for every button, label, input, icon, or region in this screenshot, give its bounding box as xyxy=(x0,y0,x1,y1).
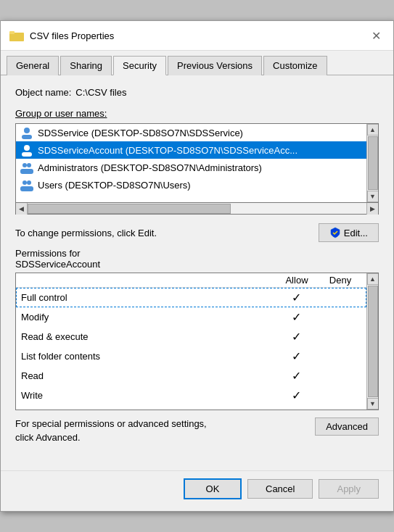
perm-allow-5: ✓ xyxy=(274,388,318,402)
object-name-label: Object name: xyxy=(15,87,71,98)
perms-for-label: Permissions for SDSServiceAccount xyxy=(15,248,379,270)
perm-name-2: Read & execute xyxy=(21,331,274,342)
svg-rect-4 xyxy=(22,135,32,139)
col-header-deny: Deny xyxy=(319,275,362,286)
svg-rect-9 xyxy=(20,169,33,174)
svg-point-8 xyxy=(27,163,31,167)
edit-button-label: Edit... xyxy=(344,228,368,238)
change-perms-text: To change permissions, click Edit. xyxy=(15,228,157,238)
tab-content: Object name: C:\CSV files Group or user … xyxy=(1,75,393,470)
user-item-3[interactable]: Users (DESKTOP-SD8SO7N\Users) xyxy=(16,176,366,194)
svg-point-5 xyxy=(24,145,30,151)
userlist-hscrollbar: ◀ ▶ xyxy=(15,203,379,215)
user-name-0: SDSService (DESKTOP-SD8SO7N\SDSService) xyxy=(38,128,243,138)
user-name-1: SDSServiceAccount (DESKTOP-SD8SO7N\SDSSe… xyxy=(38,145,297,156)
col-header-permission xyxy=(20,275,275,286)
perm-row-0[interactable]: Full control ✓ xyxy=(16,288,366,307)
svg-point-10 xyxy=(22,180,27,185)
advanced-row: For special permissions or advanced sett… xyxy=(15,417,379,444)
perms-table: Allow Deny Full control ✓ Modify ✓ Read … xyxy=(16,273,366,410)
user-icon-3 xyxy=(20,178,33,191)
properties-dialog: CSV files Properties ✕ General Sharing S… xyxy=(0,20,394,511)
tab-sharing[interactable]: Sharing xyxy=(60,56,112,75)
userlist: SDSService (DESKTOP-SD8SO7N\SDSService) … xyxy=(16,124,366,202)
user-name-2: Administrators (DESKTOP-SD8SO7N\Administ… xyxy=(38,162,262,173)
svg-point-11 xyxy=(27,180,31,185)
perm-allow-3: ✓ xyxy=(274,349,318,363)
hscroll-thumb xyxy=(28,204,231,214)
folder-icon xyxy=(9,30,24,41)
user-icon-0 xyxy=(20,126,33,139)
group-label: Group or user names: xyxy=(15,108,379,119)
advanced-button[interactable]: Advanced xyxy=(315,417,379,436)
tab-bar: General Sharing Security Previous Versio… xyxy=(1,51,393,75)
title-bar: CSV files Properties ✕ xyxy=(1,21,393,51)
svg-point-3 xyxy=(24,128,30,133)
hscroll-track[interactable] xyxy=(28,203,366,214)
cancel-button[interactable]: Cancel xyxy=(247,479,313,499)
svg-rect-2 xyxy=(9,31,15,34)
perm-allow-2: ✓ xyxy=(274,330,318,344)
tab-customize[interactable]: Customize xyxy=(263,56,327,75)
svg-rect-12 xyxy=(20,186,33,191)
tab-security[interactable]: Security xyxy=(113,56,166,75)
hscroll-right-arrow[interactable]: ▶ xyxy=(366,203,378,215)
shield-edit-icon xyxy=(329,227,341,238)
perm-row-1[interactable]: Modify ✓ xyxy=(16,307,366,327)
perms-scroll-up[interactable]: ▲ xyxy=(367,273,379,285)
perm-name-4: Read xyxy=(21,370,274,381)
perms-table-container: Allow Deny Full control ✓ Modify ✓ Read … xyxy=(15,273,379,410)
advanced-text: For special permissions or advanced sett… xyxy=(15,417,315,444)
change-perms-row: To change permissions, click Edit. Edit.… xyxy=(15,223,379,242)
object-name-row: Object name: C:\CSV files xyxy=(15,87,379,98)
user-item-2[interactable]: Administrators (DESKTOP-SD8SO7N\Administ… xyxy=(16,159,366,176)
col-header-allow: Allow xyxy=(275,275,319,286)
close-button[interactable]: ✕ xyxy=(367,27,385,44)
perm-name-1: Modify xyxy=(21,312,274,323)
perms-col-headers: Allow Deny xyxy=(16,273,366,288)
svg-point-7 xyxy=(22,163,27,167)
perm-allow-1: ✓ xyxy=(274,310,318,324)
perm-allow-0: ✓ xyxy=(274,291,318,304)
title-bar-left: CSV files Properties xyxy=(9,30,114,41)
perm-row-3[interactable]: List folder contents ✓ xyxy=(16,346,366,366)
userlist-scrollbar[interactable]: ▲ ▼ xyxy=(366,124,378,202)
user-item-0[interactable]: SDSService (DESKTOP-SD8SO7N\SDSService) xyxy=(16,124,366,141)
apply-button[interactable]: Apply xyxy=(319,479,379,499)
perms-scrollbar[interactable]: ▲ ▼ xyxy=(366,273,378,410)
user-icon-1 xyxy=(20,144,33,157)
user-icon-2 xyxy=(20,161,33,174)
perm-name-0: Full control xyxy=(21,292,274,303)
perms-scroll-thumb[interactable] xyxy=(368,286,378,397)
scroll-up-arrow[interactable]: ▲ xyxy=(367,124,379,136)
scroll-thumb[interactable] xyxy=(368,136,378,190)
perm-row-4[interactable]: Read ✓ xyxy=(16,366,366,386)
object-name-value: C:\CSV files xyxy=(75,87,126,98)
tab-general[interactable]: General xyxy=(7,56,59,75)
hscroll-left-arrow[interactable]: ◀ xyxy=(16,203,28,215)
bottom-buttons: OK Cancel Apply xyxy=(1,470,393,511)
perm-row-2[interactable]: Read & execute ✓ xyxy=(16,327,366,346)
scroll-down-arrow[interactable]: ▼ xyxy=(367,191,379,202)
tab-previous-versions[interactable]: Previous Versions xyxy=(168,56,262,75)
perm-row-5[interactable]: Write ✓ xyxy=(16,386,366,405)
userlist-container: SDSService (DESKTOP-SD8SO7N\SDSService) … xyxy=(15,123,379,203)
user-name-3: Users (DESKTOP-SD8SO7N\Users) xyxy=(38,180,191,191)
perms-scroll-down[interactable]: ▼ xyxy=(367,398,379,410)
perm-name-3: List folder contents xyxy=(21,351,274,362)
perm-name-5: Write xyxy=(21,390,274,401)
user-item-1[interactable]: SDSServiceAccount (DESKTOP-SD8SO7N\SDSSe… xyxy=(16,141,366,159)
ok-button[interactable]: OK xyxy=(184,478,242,499)
perm-allow-4: ✓ xyxy=(274,369,318,383)
dialog-title: CSV files Properties xyxy=(30,30,114,41)
edit-button[interactable]: Edit... xyxy=(319,223,379,242)
svg-rect-6 xyxy=(22,152,32,157)
